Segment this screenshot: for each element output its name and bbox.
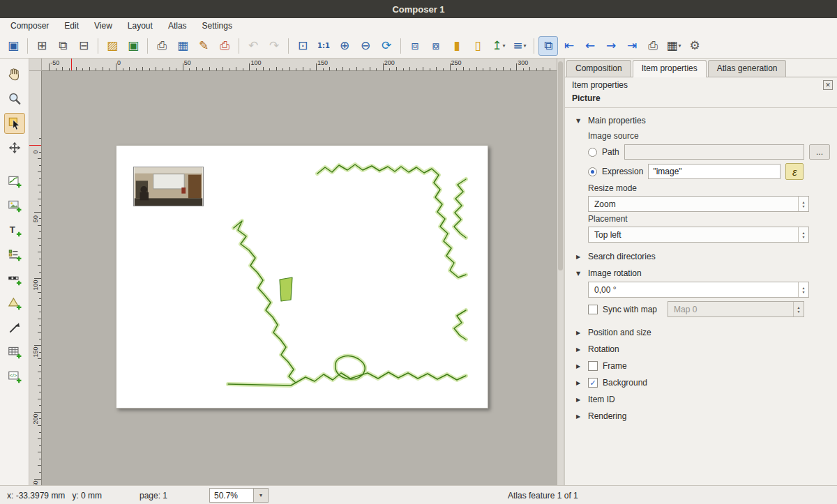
menu-layout[interactable]: Layout [120, 20, 160, 32]
expander-icon: ▶ [576, 380, 583, 386]
zoom-full-button[interactable]: ⊡ [293, 36, 312, 56]
load-template-button[interactable]: ▨ [103, 36, 122, 56]
rotation-angle-spinbox[interactable]: 0,00 ° ▲▼ [588, 282, 809, 298]
expression-radio-label[interactable]: Expression [602, 167, 643, 176]
atlas-previous-feature-button[interactable]: ← [580, 36, 600, 56]
frame-checkbox[interactable] [588, 361, 598, 371]
menu-view[interactable]: View [86, 20, 120, 32]
zoom-actual-button[interactable]: 1:1 [314, 36, 333, 56]
select-move-item-tool[interactable] [4, 113, 25, 134]
toolbar-separator [288, 38, 289, 54]
group-item-id[interactable]: ▶ Item ID [565, 391, 837, 408]
add-attribute-table-tool[interactable] [4, 342, 25, 362]
group-background[interactable]: ▶ ✓ Background [565, 374, 837, 391]
menu-composer[interactable]: Composer [3, 20, 56, 32]
browse-button[interactable]: ... [809, 144, 830, 160]
chevron-down-icon[interactable]: ▾ [254, 488, 269, 503]
composer-manager-button[interactable]: ⊟ [74, 36, 93, 56]
group-position-and-size[interactable]: ▶ Position and size [565, 324, 837, 341]
atlas-next-feature-button[interactable]: → [601, 36, 621, 56]
menu-atlas[interactable]: Atlas [160, 20, 195, 32]
lock-items-button[interactable]: ▮ [447, 36, 467, 56]
align-items-button[interactable]: ≡▾ [510, 36, 529, 56]
close-icon[interactable]: ✕ [823, 80, 833, 90]
add-map-tool[interactable] [4, 171, 25, 192]
picture-item[interactable] [133, 167, 204, 206]
ungroup-items-button[interactable]: ⧇ [426, 36, 446, 56]
spin-arrows-icon[interactable]: ▲▼ [798, 282, 808, 297]
background-checkbox[interactable]: ✓ [588, 378, 598, 388]
zoom-in-button[interactable]: ⊕ [335, 36, 354, 56]
path-radio[interactable] [588, 148, 597, 157]
cursor-position-marker [71, 59, 72, 70]
group-items-button[interactable]: ⧈ [405, 36, 425, 56]
tab-composition[interactable]: Composition [566, 60, 631, 77]
add-legend-tool[interactable] [4, 244, 25, 265]
add-html-frame-tool[interactable]: </> [4, 366, 25, 387]
add-arrow-tool[interactable] [4, 317, 25, 338]
statusbar: x: -33.3979 mm y: 0 mm page: 1 50.7% ▾ A… [0, 485, 837, 504]
ruler-label: 300 [518, 59, 528, 66]
scrollbar-thumb[interactable] [558, 61, 563, 270]
ruler-label: 250 [451, 59, 462, 66]
resize-mode-select[interactable]: Zoom ▲▼ [588, 196, 809, 212]
sync-with-map-checkbox[interactable] [588, 305, 598, 314]
add-scalebar-tool[interactable] [4, 268, 25, 289]
composer-page[interactable] [116, 145, 488, 408]
add-legend-icon [7, 247, 22, 262]
expression-builder-button[interactable]: ε [785, 163, 804, 180]
group-search-directories[interactable]: ▶ Search directories [565, 248, 837, 265]
group-frame[interactable]: ▶ Frame [565, 358, 837, 374]
group-main-properties[interactable]: ▼ Main properties [565, 112, 837, 129]
add-shape-tool[interactable] [4, 293, 25, 314]
unlock-items-button[interactable]: ▯ [468, 36, 488, 56]
menu-edit[interactable]: Edit [56, 20, 86, 32]
canvas-viewport[interactable] [42, 71, 557, 485]
add-image-tool[interactable] [4, 195, 25, 216]
add-label-tool[interactable]: T [4, 220, 25, 240]
composer-canvas: -50050100150200250300 050100150200250 [29, 59, 557, 485]
group-image-rotation[interactable]: ▼ Image rotation [565, 265, 837, 282]
expression-input[interactable] [648, 164, 781, 179]
expression-radio[interactable] [588, 167, 597, 176]
toolbar-separator [239, 38, 239, 54]
atlas-preview-button[interactable]: ⧉ [538, 36, 558, 56]
raise-items-button[interactable]: ↥▾ [489, 36, 508, 56]
export-image-button[interactable]: ▦ [173, 36, 193, 56]
move-item-content-tool[interactable] [4, 137, 25, 158]
save-as-template-button[interactable]: ▣ [123, 36, 143, 56]
pan-tool[interactable] [4, 64, 25, 85]
print-atlas-button[interactable]: ⎙ [643, 36, 663, 56]
h-ruler: -50050100150200250300 [42, 59, 557, 71]
new-composition-button[interactable]: ⊞ [32, 36, 52, 56]
refresh-view-button[interactable]: ⟳ [377, 36, 396, 56]
menu-settings[interactable]: Settings [195, 20, 240, 32]
print-button[interactable]: ⎙ [152, 36, 172, 56]
group-rotation[interactable]: ▶ Rotation [565, 341, 837, 358]
save-button[interactable]: ▣ [3, 36, 23, 56]
placement-select[interactable]: Top left ▲▼ [588, 227, 809, 243]
undo-button: ↶ [243, 36, 263, 56]
zoom-out-button[interactable]: ⊖ [356, 36, 375, 56]
sync-with-map-label[interactable]: Sync with map [603, 305, 657, 314]
path-radio-label[interactable]: Path [602, 147, 619, 157]
zoom-level-value[interactable]: 50.7% [209, 488, 254, 503]
ruler-label: 200 [384, 59, 395, 66]
add-image-icon [7, 198, 22, 213]
export-svg-button[interactable]: ✎ [194, 36, 213, 56]
export-pdf-button[interactable]: ⎙ [215, 36, 234, 56]
tab-item-properties[interactable]: Item properties [633, 60, 707, 77]
duplicate-composition-button[interactable]: ⧉ [53, 36, 73, 56]
canvas-scrollbar[interactable] [557, 59, 564, 485]
ruler-label: -50 [50, 59, 59, 66]
zoom-tool[interactable] [4, 89, 25, 109]
path-row: Path ... [588, 144, 830, 160]
atlas-first-feature-button[interactable]: ⇤ [559, 36, 579, 56]
atlas-last-feature-button[interactable]: ⇥ [622, 36, 642, 56]
group-rendering[interactable]: ▶ Rendering [565, 408, 837, 425]
export-atlas-button[interactable]: ▦▾ [664, 36, 684, 56]
atlas-settings-button[interactable]: ⚙ [685, 36, 704, 56]
zoom-level-select[interactable]: 50.7% ▾ [209, 486, 269, 504]
ruler-label: 250 [32, 480, 39, 485]
tab-atlas-generation[interactable]: Atlas generation [708, 60, 787, 77]
